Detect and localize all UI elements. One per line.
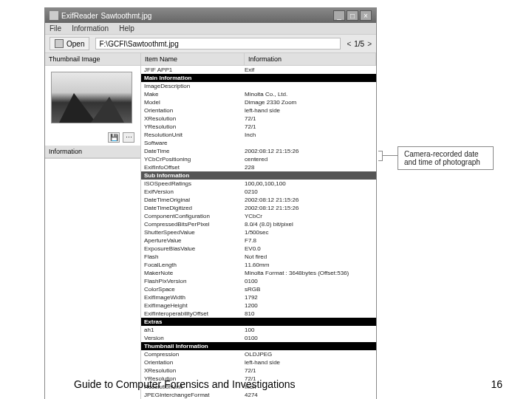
column-information[interactable]: Information [245,53,376,65]
row-value: 0210 [245,188,373,196]
row-value: Minolta Co., Ltd. [245,90,373,98]
row-value: 2002:08:12 21:15:26 [245,196,373,204]
main-row[interactable]: ResolutionUnitInch [141,131,376,139]
main-row[interactable]: ImageDescription [141,82,376,90]
thumb-row[interactable]: CompressionOLDJPEG [141,350,376,358]
row-value: 72/1 [245,366,373,375]
maximize-button[interactable]: □ [347,10,358,21]
footer-text: Guide to Computer Forensics and Investig… [74,378,296,390]
row-value: 2002:08:12 21:15:26 [245,147,373,155]
save-thumbnail-button[interactable]: 💾 [108,132,120,143]
sub-row[interactable]: ColorSpacesRGB [141,285,376,293]
row-key: DateTime [144,147,245,155]
next-button[interactable]: > [367,40,372,48]
column-item-name[interactable]: Item Name [141,53,245,65]
row-value: 228 [245,163,373,171]
sub-row[interactable]: ShutterSpeedValue1/500sec [141,228,376,236]
sub-row[interactable]: ExifImageWidth1792 [141,293,376,301]
title-file: Sawtoothmt.jpg [100,12,151,20]
open-button[interactable]: Open [50,37,89,50]
row-key: ExifInfoOffset [144,163,245,171]
row-value: centered [245,155,373,163]
row-value: 100 [245,326,373,334]
section-main: Main Information [141,74,376,82]
sub-row[interactable]: ExposureBiasValueEV0.0 [141,245,376,253]
minimize-button[interactable]: _ [333,10,345,21]
metadata-panel: Item Name Information JFIF APP1 Exif Mai… [141,53,376,399]
menu-information[interactable]: Information [72,24,109,33]
sub-row[interactable]: FlashNot fired [141,253,376,261]
page-indicator: 1/5 [354,40,364,48]
sub-row[interactable]: DateTimeOriginal2002:08:12 21:15:26 [141,196,376,204]
row-key: Orientation [144,106,245,115]
sub-row[interactable]: ComponentConfigurationYCbCr [141,212,376,220]
main-row[interactable]: YCbCrPositioningcentered [141,155,376,163]
row-value: 100,00,100,100 [245,180,373,188]
menu-file[interactable]: File [50,24,61,33]
row-key: ExifImageHeight [144,301,245,310]
close-button[interactable]: × [360,10,372,21]
extras-row[interactable]: ah1100 [141,326,376,334]
thumbnail-header: Thumbnail Image [45,53,140,66]
main-row[interactable]: MakeMinolta Co., Ltd. [141,90,376,98]
sub-row[interactable]: FocalLength11.60mm [141,261,376,269]
menubar: File Information Help [45,23,376,34]
section-sub: Sub Information [141,171,376,180]
row-value: 1/500sec [245,228,373,236]
row-value: 4274 [245,391,373,399]
row-value: Inch [245,131,373,139]
main-row[interactable]: ModelDimage 2330 Zoom [141,98,376,106]
row-value: Not fired [245,253,373,261]
row-key: ApertureValue [144,236,245,245]
callout-bracket [378,151,383,161]
sub-row[interactable]: ISOSpeedRatings100,00,100,100 [141,180,376,188]
main-row[interactable]: YResolution72/1 [141,123,376,131]
row-key: XResolution [144,366,245,375]
main-row[interactable]: Orientationleft-hand side [141,106,376,115]
row-value: 0100 [245,277,373,285]
sub-row[interactable]: CompressedBitsPerPixel8.0/4 (8.0) bit/pi… [141,220,376,228]
row-key: ComponentConfiguration [144,212,245,220]
sub-row[interactable]: ExifVersion0210 [141,188,376,196]
row-key: ShutterSpeedValue [144,228,245,236]
row-key: ColorSpace [144,285,245,293]
jfif-row: JFIF APP1 Exif [141,66,376,74]
row-key: ah1 [144,326,245,334]
main-row[interactable]: ExifInfoOffset228 [141,163,376,171]
row-value: 72/1 [245,123,373,131]
row-key: Orientation [144,358,245,366]
sub-row[interactable]: FlashPixVersion0100 [141,277,376,285]
thumb-row[interactable]: Orientationleft-hand side [141,358,376,366]
row-value: 11.60mm [245,261,373,269]
left-panel: Thumbnail Image 💾 ⋯ Information [45,53,141,399]
thumb-row[interactable]: XResolution72/1 [141,366,376,375]
thumbnail-detail-button[interactable]: ⋯ [123,132,134,143]
sub-row[interactable]: ExifImageHeight1200 [141,301,376,310]
section-thumbnail: Thumbnail Information [141,342,376,350]
row-value: Dimage 2330 Zoom [245,98,373,106]
callout-box: Camera-recorded date and time of photogr… [398,146,494,170]
row-value: Minolta Format : 3648bytes (Offset:536) [245,269,373,277]
sub-row[interactable]: DateTimeDigitized2002:08:12 21:15:26 [141,204,376,212]
row-key: ExposureBiasValue [144,245,245,253]
thumb-row[interactable]: JPEGInterchangeFormat4274 [141,391,376,399]
main-row[interactable]: Software [141,139,376,147]
row-value: 1792 [245,293,373,301]
extras-row[interactable]: Version0100 [141,334,376,342]
row-key: YCbCrPositioning [144,155,245,163]
path-field[interactable]: F:\GCFI\Sawtoothmt.jpg [95,38,341,50]
row-value: EV0.0 [245,245,373,253]
row-key: ISOSpeedRatings [144,180,245,188]
row-key: FlashPixVersion [144,277,245,285]
main-row[interactable]: XResolution72/1 [141,115,376,123]
callout-line [383,155,398,156]
sub-row[interactable]: ApertureValueF7.8 [141,236,376,245]
main-row[interactable]: DateTime2002:08:12 21:15:26 [141,147,376,155]
prev-button[interactable]: < [347,40,351,48]
menu-help[interactable]: Help [119,24,134,33]
sub-row[interactable]: ExifInteroperabilityOffset810 [141,310,376,318]
sub-row[interactable]: MakerNoteMinolta Format : 3648bytes (Off… [141,269,376,277]
row-key: CompressedBitsPerPixel [144,220,245,228]
row-key: JPEGInterchangeFormat [144,391,245,399]
titlebar: ExifReader Sawtoothmt.jpg _ □ × [45,8,376,23]
